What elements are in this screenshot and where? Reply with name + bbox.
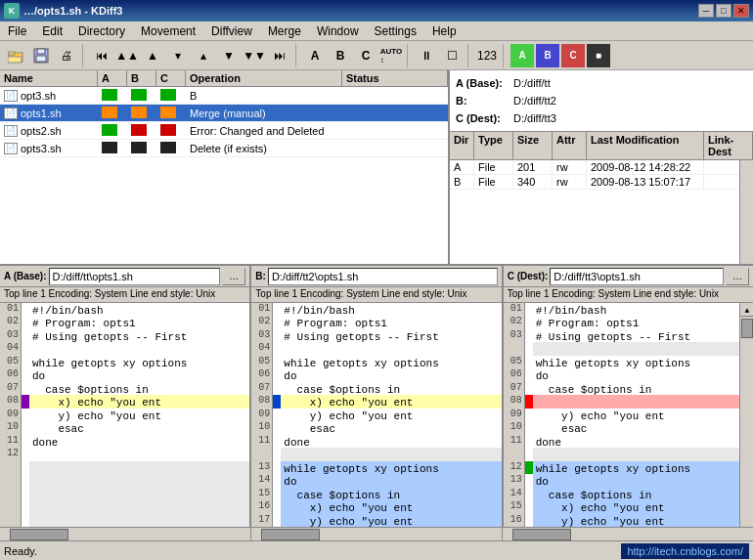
- hscroll-panel-b[interactable]: [251, 528, 503, 540]
- last-button[interactable]: ⏭: [268, 44, 291, 67]
- next-conflict-button[interactable]: ▼▼: [243, 44, 266, 67]
- file-icon-1: 📄: [4, 108, 18, 119]
- color-b-2: [131, 124, 147, 136]
- file-label-b: B: D:/diff/tt2: [456, 92, 747, 109]
- diff-path-input-b[interactable]: [268, 268, 498, 285]
- dir-cell-c-2: [156, 123, 186, 139]
- fi-cell-dir-1: B: [450, 175, 474, 189]
- fi-cell-type-0: File: [474, 160, 513, 174]
- dir-col-op: Operation: [186, 70, 342, 86]
- titlebar-title: …/opts1.sh - KDiff3: [23, 5, 122, 17]
- diff-path-btn-c[interactable]: …: [726, 268, 749, 285]
- diff-path-input-a[interactable]: [49, 268, 221, 285]
- first-button[interactable]: ⏮: [90, 44, 113, 67]
- file-info-labels: A (Base): D:/diff/tt B: D:/diff/tt2 C (D…: [450, 70, 753, 131]
- dir-col-a: A: [98, 70, 127, 86]
- down-button[interactable]: ▴: [192, 44, 215, 67]
- diff-all-btn[interactable]: ■: [587, 44, 610, 67]
- line-num-button[interactable]: 123: [475, 44, 499, 67]
- diff-encoding-b: Top line 1 Encoding: System Line end sty…: [251, 287, 501, 303]
- menu-window[interactable]: Window: [309, 22, 367, 40]
- pause-button[interactable]: ⏸: [415, 44, 438, 67]
- merge-b-button[interactable]: B: [329, 44, 352, 67]
- maximize-button[interactable]: □: [716, 4, 731, 18]
- diff-b-btn[interactable]: B: [536, 44, 559, 67]
- save-button[interactable]: [29, 44, 53, 67]
- prev-button[interactable]: ▲: [141, 44, 164, 67]
- fi-cell-attr-1: rw: [553, 175, 587, 189]
- file-label-b-val: D:/diff/tt2: [513, 92, 556, 109]
- statusbar-url[interactable]: http://itech.cnblogs.com/: [621, 543, 749, 559]
- menu-movement[interactable]: Movement: [133, 22, 203, 40]
- fi-cell-mod-0: 2009-08-12 14:28:22: [587, 160, 704, 174]
- diff-lines-c[interactable]: #!/bin/bash # Program: opts1 # Using get…: [533, 303, 739, 527]
- dir-cell-a-1: [98, 106, 127, 121]
- hscroll-thumb-c[interactable]: [512, 529, 571, 540]
- file-icon-3: 📄: [4, 143, 18, 154]
- diff-hscroll[interactable]: [0, 527, 753, 540]
- titlebar-controls[interactable]: ─ □ ✕: [698, 4, 749, 18]
- diff-c-btn[interactable]: C: [561, 44, 585, 67]
- vscroll-thumb-c[interactable]: [741, 319, 753, 338]
- statusbar-text: Ready.: [4, 545, 37, 557]
- diff-vscroll-c[interactable]: ▲ ▼: [739, 303, 753, 527]
- dir-row-2[interactable]: 📄 opts2.sh Error: Changed and Deleted: [0, 122, 448, 140]
- fi-row-0: A File 201 rw 2009-08-12 14:28:22: [450, 160, 753, 175]
- fi-cell-size-1: 340: [513, 175, 553, 189]
- app-icon: K: [4, 3, 20, 19]
- dir-cell-a-3: [98, 141, 127, 156]
- diff-lines-b[interactable]: #!/bin/bash # Program: opts1 # Using get…: [281, 303, 501, 527]
- up-button[interactable]: ▾: [166, 44, 190, 67]
- dir-cell-b-2: [127, 123, 156, 139]
- svg-rect-4: [37, 49, 45, 54]
- file-info-panel: A (Base): D:/diff/tt B: D:/diff/tt2 C (D…: [450, 70, 753, 264]
- menu-directory[interactable]: Directory: [70, 22, 133, 40]
- diff-line-nums-a: 01 02 03 04 05 06 07 08 09 10 11 12: [0, 303, 22, 527]
- svg-rect-1: [9, 52, 15, 55]
- menu-help[interactable]: Help: [424, 22, 465, 40]
- dir-row-0[interactable]: 📄 opt3.sh B: [0, 87, 448, 105]
- dir-col-st: Status: [342, 70, 448, 86]
- next-button[interactable]: ▼: [217, 44, 241, 67]
- svg-rect-2: [8, 57, 22, 63]
- menu-file[interactable]: File: [0, 22, 34, 40]
- hscroll-thumb-a[interactable]: [10, 529, 68, 540]
- auto-button[interactable]: AUTO↕: [379, 44, 403, 67]
- diff-path-btn-a[interactable]: …: [222, 268, 245, 285]
- open-button[interactable]: [4, 44, 27, 67]
- checkbox-button[interactable]: ☐: [440, 44, 464, 67]
- menu-settings[interactable]: Settings: [367, 22, 424, 40]
- fi-scrollbar[interactable]: [739, 160, 753, 264]
- menu-merge[interactable]: Merge: [260, 22, 309, 40]
- dir-row-3[interactable]: 📄 opts3.sh Delete (if exists): [0, 140, 448, 157]
- diff-a-btn[interactable]: A: [510, 44, 534, 67]
- merge-a-button[interactable]: A: [303, 44, 327, 67]
- merge-c-button[interactable]: C: [354, 44, 377, 67]
- close-button[interactable]: ✕: [733, 4, 749, 18]
- print-button[interactable]: 🖨: [55, 44, 78, 67]
- menu-diffview[interactable]: Diffview: [203, 22, 260, 40]
- dir-row-1[interactable]: 📄 opts1.sh Merge (manual): [0, 105, 448, 122]
- diff-path-bar-b: B:: [251, 266, 501, 287]
- diff-panel-b: B: Top line 1 Encoding: System Line end …: [251, 266, 503, 527]
- diff-path-input-c[interactable]: [550, 268, 724, 285]
- vscroll-up-c[interactable]: ▲: [740, 303, 753, 317]
- menu-edit[interactable]: Edit: [34, 22, 70, 40]
- fi-col-size: Size: [513, 132, 553, 159]
- fi-col-type: Type: [474, 132, 513, 159]
- statusbar: Ready. http://itech.cnblogs.com/: [0, 540, 753, 560]
- dir-table-header: Name A B C Operation Status: [0, 70, 448, 87]
- dir-cell-a-0: [98, 88, 127, 104]
- hscroll-panel-c[interactable]: [503, 528, 753, 540]
- fi-row-1: B File 340 rw 2009-08-13 15:07:17: [450, 175, 753, 190]
- dir-rows: 📄 opt3.sh B 📄 opts1.sh: [0, 87, 448, 157]
- dir-cell-op-2: Error: Changed and Deleted: [186, 124, 342, 138]
- file-label-base-val: D:/diff/tt: [513, 74, 551, 92]
- dir-cell-st-1: [342, 112, 448, 114]
- diff-lines-a[interactable]: #!/bin/bash # Program: opts1 # Using get…: [29, 303, 249, 527]
- hscroll-thumb-b[interactable]: [261, 529, 320, 540]
- dir-col-name: Name: [0, 70, 98, 86]
- hscroll-panel-a[interactable]: [0, 528, 251, 540]
- minimize-button[interactable]: ─: [698, 4, 714, 18]
- prev-conflict-button[interactable]: ▲▲: [115, 44, 139, 67]
